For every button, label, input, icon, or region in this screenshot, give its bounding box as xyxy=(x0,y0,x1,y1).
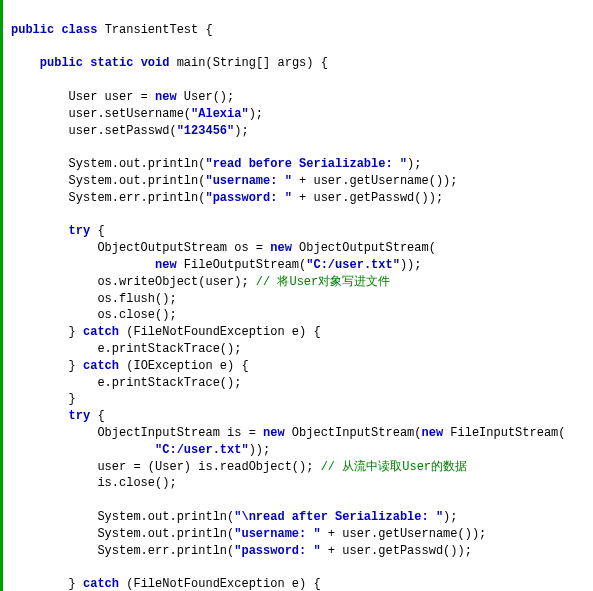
line-7: user.setPasswd("123456"); xyxy=(11,124,249,138)
line-1: public class TransientTest { xyxy=(11,23,213,37)
line-31: System.out.println("username: " + user.g… xyxy=(11,527,486,541)
line-19: } catch (FileNotFoundException e) { xyxy=(11,325,321,339)
line-9: System.out.println("read before Serializ… xyxy=(11,157,421,171)
line-34: } catch (FileNotFoundException e) { xyxy=(11,577,321,591)
line-6: user.setUsername("Alexia"); xyxy=(11,107,263,121)
line-20: e.printStackTrace(); xyxy=(11,342,241,356)
line-18: os.close(); xyxy=(11,308,177,322)
code-block: public class TransientTest { public stat… xyxy=(0,0,593,591)
line-28: is.close(); xyxy=(11,476,177,490)
line-26: "C:/user.txt")); xyxy=(11,443,270,457)
line-3: public static void main(String[] args) { xyxy=(11,56,328,70)
line-11: System.err.println("password: " + user.g… xyxy=(11,191,443,205)
line-5: User user = new User(); xyxy=(11,90,234,104)
line-30: System.out.println("\nread after Seriali… xyxy=(11,510,458,524)
line-15: new FileOutputStream("C:/user.txt")); xyxy=(11,258,422,272)
line-24: try { xyxy=(11,409,105,423)
line-23: } xyxy=(11,392,76,406)
line-21: } catch (IOException e) { xyxy=(11,359,249,373)
line-27: user = (User) is.readObject(); // 从流中读取U… xyxy=(11,460,467,474)
line-13: try { xyxy=(11,224,105,238)
line-17: os.flush(); xyxy=(11,292,177,306)
line-22: e.printStackTrace(); xyxy=(11,376,241,390)
line-25: ObjectInputStream is = new ObjectInputSt… xyxy=(11,426,566,440)
line-32: System.err.println("password: " + user.g… xyxy=(11,544,472,558)
line-14: ObjectOutputStream os = new ObjectOutput… xyxy=(11,241,436,255)
line-16: os.writeObject(user); // 将User对象写进文件 xyxy=(11,275,390,289)
line-10: System.out.println("username: " + user.g… xyxy=(11,174,458,188)
